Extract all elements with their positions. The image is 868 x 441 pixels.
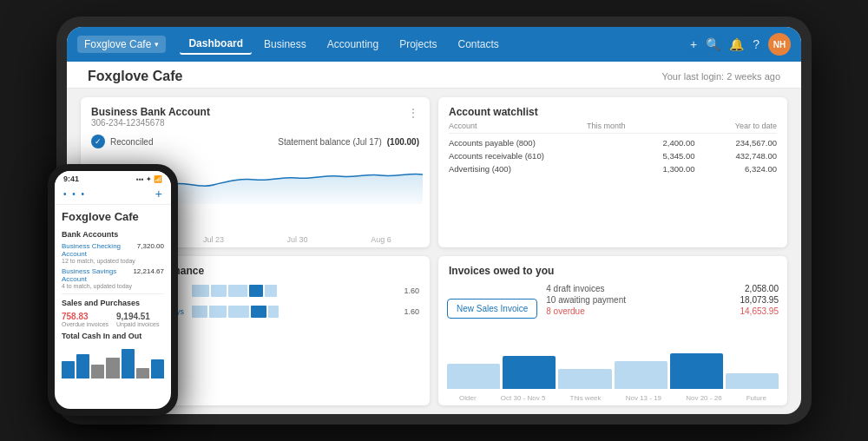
watchlist-row-2: Accounts receivable (610) 5,345.00 432,7…	[449, 149, 777, 162]
search-icon[interactable]: 🔍	[706, 37, 720, 51]
bar-seg-2a	[192, 306, 207, 318]
watchlist-header: Account watchlist	[438, 97, 787, 122]
phone-sales-amount: 758.83	[62, 312, 109, 321]
nav-item-contacts[interactable]: Contacts	[450, 35, 508, 54]
bar-seg-1c	[228, 285, 247, 297]
top-nav: Foxglove Cafe ▾ Dashboard Business Accou…	[67, 27, 801, 62]
watchlist-month-2: 5,345.00	[613, 151, 695, 161]
watchlist-row-3: Advertising (400) 1,300.00 6,324.00	[449, 162, 777, 175]
inv-bar-thisweek	[558, 369, 611, 390]
invoices-left: New Sales Invoice	[447, 284, 537, 335]
invoices-right: 4 draft invoices 2,058.00 10 awaiting pa…	[546, 284, 779, 335]
inv-bar-future	[726, 373, 779, 389]
phone-account-savings: 12,214.67 Business Savings Account 4 to …	[62, 267, 164, 289]
chart-label-4: Aug 6	[371, 235, 391, 244]
phone-company-name: Foxglove Cafe	[62, 210, 164, 223]
phone-sp-overdue: 758.83 Overdue invoices	[62, 312, 109, 327]
perf-bar-2	[192, 304, 398, 319]
invoice-row-draft: 4 draft invoices 2,058.00	[546, 284, 779, 293]
watchlist-header-row: Account This month Year to date	[449, 122, 777, 134]
bar-seg-2b	[209, 306, 227, 318]
phone-bar-1	[62, 361, 75, 378]
watchlist-account-3: Advertising (400)	[449, 164, 613, 174]
perf-bar-1	[192, 283, 398, 299]
balance-amount: (100.00)	[387, 137, 419, 147]
inv-bar-label-oct: Oct 30 - Nov 5	[501, 394, 546, 402]
nav-item-projects[interactable]: Projects	[391, 35, 445, 54]
phone-account-checking: 7,320.00 Business Checking Account 12 to…	[62, 242, 164, 264]
phone-frame: 9:41 ▪▪▪ ✦ 📶 • • • + Foxglove Cafe Bank …	[48, 164, 178, 416]
watchlist-ytd-1: 234,567.00	[695, 138, 778, 148]
nav-brand-text: Foxglove Cafe	[84, 38, 151, 50]
user-avatar[interactable]: NH	[768, 33, 791, 56]
inv-bar-label-older: Older	[459, 394, 477, 402]
last-login-text: Your last login: 2 weeks ago	[661, 71, 780, 82]
watchlist-table: Account This month Year to date Accounts…	[438, 122, 787, 247]
watchlist-ytd-2: 432,748.00	[695, 151, 778, 161]
bank-account-number: 306-234-12345678	[91, 118, 210, 128]
nav-items: Dashboard Business Accounting Projects C…	[180, 34, 690, 55]
invoices-header: Invoices owed to you	[438, 256, 787, 280]
bell-icon[interactable]: 🔔	[729, 37, 744, 51]
watchlist-ytd-3: 6,324.00	[695, 164, 778, 174]
nav-item-dashboard[interactable]: Dashboard	[180, 34, 252, 55]
bar-seg-2e	[268, 306, 279, 318]
reconcile-row: ✓ Reconciled Statement balance (Jul 17) …	[81, 131, 430, 152]
invoices-title: Invoices owed to you	[449, 265, 554, 277]
phone-content: Foxglove Cafe Bank Accounts 7,320.00 Bus…	[55, 205, 171, 409]
phone-mini-bars	[62, 344, 164, 378]
inv-bar-older	[447, 364, 500, 389]
phone-savings-sub: 4 to match, updated today	[62, 283, 164, 289]
invoice-row-awaiting: 10 awaiting payment 18,073.95	[546, 295, 779, 305]
bank-card-header: Business Bank Account 306-234-12345678 ⋮	[81, 97, 430, 131]
phone-dots-icon: • • •	[63, 189, 86, 199]
invoice-amount-awaiting: 18,073.95	[740, 295, 779, 305]
bar-seg-1e	[265, 285, 277, 297]
phone-bank-section: Bank Accounts	[62, 230, 164, 239]
bar-seg-2d	[251, 306, 266, 318]
phone-plus-icon[interactable]: +	[155, 187, 162, 201]
statement-balance-label: Statement balance (Jul 17)	[278, 137, 382, 147]
phone-purchases-amount: 9,194.51	[116, 312, 164, 321]
inv-bar-oct	[503, 356, 556, 389]
watchlist-row-1: Accounts payable (800) 2,400.00 234,567.…	[449, 136, 777, 149]
bank-card-title: Business Bank Account	[91, 106, 210, 118]
plus-icon[interactable]: +	[690, 37, 697, 51]
watchlist-title: Account watchlist	[449, 106, 538, 118]
inv-bar-label-future: Future	[746, 394, 766, 402]
new-invoice-button[interactable]: New Sales Invoice	[447, 299, 537, 319]
phone-bar-5	[122, 349, 135, 378]
invoices-content: New Sales Invoice 4 draft invoices 2,058…	[438, 280, 787, 339]
phone-checking-amount: 7,320.00	[137, 242, 164, 250]
phone-sales-label: Overdue invoices	[62, 321, 109, 327]
invoice-row-overdue: 8 overdue 14,653.95	[546, 306, 779, 316]
invoice-amount-overdue: 14,653.95	[740, 306, 779, 316]
nav-brand[interactable]: Foxglove Cafe ▾	[77, 36, 166, 53]
invoice-bar-chart	[438, 338, 787, 394]
phone-bar-6	[136, 368, 149, 378]
help-icon[interactable]: ?	[753, 37, 760, 51]
inv-bar-labels: Older Oct 30 - Nov 5 This week Nov 13 - …	[438, 394, 787, 405]
page-title: Foxglove Cafe	[88, 69, 182, 84]
nav-item-business[interactable]: Business	[255, 35, 315, 54]
watchlist-col-month: This month	[587, 122, 626, 130]
invoice-amount-draft: 2,058.00	[745, 284, 779, 293]
bar-seg-2c	[228, 306, 249, 318]
bar-seg-1d	[249, 285, 263, 297]
bar-seg-1b	[211, 285, 227, 297]
page-header: Foxglove Cafe Your last login: 2 weeks a…	[67, 62, 801, 89]
reconcile-text: Reconciled	[110, 137, 153, 147]
phone-sp-row: 758.83 Overdue invoices 9,194.51 Unpaid …	[62, 312, 164, 327]
chart-label-2: Jul 23	[203, 235, 224, 244]
perf-value-1: 1.60	[404, 286, 419, 295]
nav-brand-arrow: ▾	[155, 40, 159, 49]
nav-item-accounting[interactable]: Accounting	[319, 35, 387, 54]
chart-label-3: Jul 30	[287, 235, 308, 244]
reconcile-check-icon: ✓	[91, 135, 105, 148]
bank-card-menu-icon[interactable]: ⋮	[407, 106, 419, 120]
account-watchlist-card: Account watchlist Account This month Yea…	[438, 97, 787, 247]
phone-bar-7	[151, 359, 164, 378]
invoice-label-draft: 4 draft invoices	[546, 284, 604, 293]
phone-savings-amount: 12,214.67	[133, 267, 164, 275]
phone-divider-1	[62, 293, 164, 294]
